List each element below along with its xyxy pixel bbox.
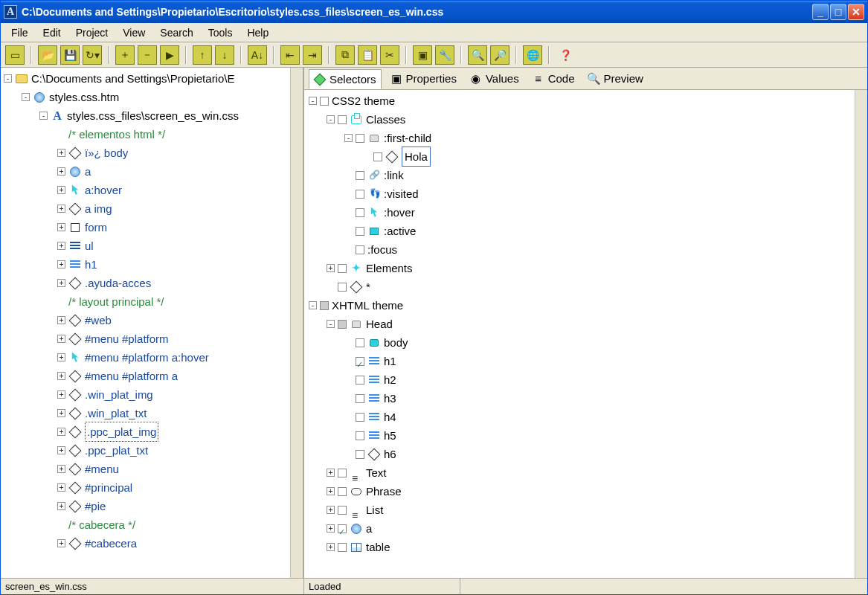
tree-item[interactable]: +.win_plat_txt xyxy=(4,404,290,422)
tb-globe-icon[interactable]: 🌐 xyxy=(523,45,542,65)
tree-item[interactable]: :hover xyxy=(309,203,855,222)
checkbox[interactable] xyxy=(338,115,347,124)
tb-cut-icon[interactable]: ✂ xyxy=(380,45,399,65)
tree-item[interactable]: +✦Elements xyxy=(309,259,855,277)
left-scrollbar[interactable] xyxy=(290,68,303,578)
tree-item[interactable]: +ï»¿ body xyxy=(4,144,290,162)
tb-open-icon[interactable]: 📂 xyxy=(38,45,57,65)
tree-item[interactable]: +#menu #platform a:hover xyxy=(4,348,290,367)
tree-item[interactable]: h2 xyxy=(309,370,855,389)
checkbox[interactable] xyxy=(338,320,347,329)
tree-item[interactable]: +#menu #platform xyxy=(4,329,290,348)
selector-tree[interactable]: -CSS2 theme-Classes-:first-childHola🔗:li… xyxy=(304,90,855,578)
tree-item[interactable]: /* cabecera */ xyxy=(4,515,290,534)
tree-item[interactable]: +#menu #platform a xyxy=(4,367,290,385)
expand-icon[interactable]: + xyxy=(327,543,335,551)
expand-icon[interactable]: + xyxy=(57,335,65,343)
tb-paste-icon[interactable]: 📋 xyxy=(358,45,377,65)
checkbox[interactable] xyxy=(356,357,364,366)
tree-item[interactable]: -XHTML theme xyxy=(309,296,855,315)
right-scrollbar[interactable] xyxy=(855,90,867,578)
expand-icon[interactable]: + xyxy=(327,469,335,477)
expand-icon[interactable]: + xyxy=(57,428,65,436)
checkbox[interactable] xyxy=(356,245,364,254)
expand-icon[interactable]: + xyxy=(57,316,65,324)
tree-item[interactable]: +a xyxy=(309,519,855,538)
tab-properties[interactable]: ▣Properties xyxy=(386,69,461,88)
tree-item[interactable]: * xyxy=(309,277,855,296)
tree-item[interactable]: +#menu xyxy=(4,460,290,478)
tb-refresh-icon[interactable]: ↻▾ xyxy=(83,45,102,65)
collapse-icon[interactable]: - xyxy=(4,74,12,83)
tree-item[interactable]: +form xyxy=(4,218,290,237)
tab-code[interactable]: ≡Code xyxy=(528,69,579,88)
expand-icon[interactable]: + xyxy=(57,390,65,399)
file-tree[interactable]: -C:\Documents and Settings\Propietario\E… xyxy=(1,68,290,578)
tree-item[interactable]: /* layout principal */ xyxy=(4,292,290,311)
tb-new-icon[interactable]: ▭ xyxy=(5,45,25,65)
tb-findnext-icon[interactable]: 🔎 xyxy=(490,45,509,65)
checkbox[interactable] xyxy=(356,431,364,440)
tree-item[interactable]: +h1 xyxy=(4,255,290,274)
tree-item[interactable]: 👣:visited xyxy=(309,184,855,203)
collapse-icon[interactable]: - xyxy=(39,112,48,120)
checkbox[interactable] xyxy=(356,171,364,180)
tab-selectors[interactable]: Selectors xyxy=(309,69,382,89)
checkbox[interactable] xyxy=(320,97,329,106)
tree-item[interactable]: h1 xyxy=(309,352,855,370)
tree-item[interactable]: +.ayuda-acces xyxy=(4,274,290,292)
checkbox[interactable] xyxy=(356,394,364,403)
expand-icon[interactable]: + xyxy=(327,264,335,272)
expand-icon[interactable]: + xyxy=(57,260,65,268)
tree-item[interactable]: :focus xyxy=(309,240,855,259)
tb-window-icon[interactable]: ▣ xyxy=(413,45,432,65)
expand-icon[interactable]: + xyxy=(57,539,65,547)
tree-item[interactable]: -Classes xyxy=(309,110,855,129)
checkbox[interactable] xyxy=(338,506,347,515)
maximize-button[interactable]: □ xyxy=(830,4,846,20)
expand-icon[interactable]: + xyxy=(57,167,65,176)
tree-item[interactable]: 🔗:link xyxy=(309,166,855,184)
tree-item[interactable]: /* elementos html */ xyxy=(4,125,290,144)
tree-item[interactable]: +#web xyxy=(4,311,290,329)
tree-item[interactable]: +a img xyxy=(4,199,290,218)
tree-item[interactable]: -:first-child xyxy=(309,129,855,147)
tb-up-icon[interactable]: ↑ xyxy=(193,45,212,65)
tree-item[interactable]: -styles.css.htm xyxy=(4,88,290,106)
expand-icon[interactable]: + xyxy=(57,409,65,417)
checkbox[interactable] xyxy=(356,413,364,422)
tree-item[interactable]: +a:hover xyxy=(4,181,290,199)
tab-values[interactable]: ◉Values xyxy=(466,69,524,88)
menu-file[interactable]: File xyxy=(4,25,36,41)
tree-item[interactable]: -C:\Documents and Settings\Propietario\E xyxy=(4,69,290,88)
tree-item[interactable]: +.ppc_plat_txt xyxy=(4,441,290,460)
tree-item[interactable]: +Text xyxy=(309,463,855,482)
checkbox[interactable] xyxy=(356,338,364,347)
expand-icon[interactable]: + xyxy=(327,506,335,514)
tb-copy-icon[interactable]: ⧉ xyxy=(335,45,355,65)
tb-help-icon[interactable]: ❓ xyxy=(556,45,575,65)
tb-indent-left-icon[interactable]: ⇤ xyxy=(280,45,300,65)
tree-item[interactable]: h5 xyxy=(309,426,855,445)
tb-down-icon[interactable]: ↓ xyxy=(215,45,234,65)
menu-search[interactable]: Search xyxy=(152,25,200,41)
expand-icon[interactable]: + xyxy=(57,205,65,213)
close-button[interactable]: ✕ xyxy=(848,4,864,20)
tree-item[interactable]: +.ppc_plat_img xyxy=(4,422,290,441)
expand-icon[interactable]: + xyxy=(57,353,65,361)
tree-item[interactable]: +#cabecera xyxy=(4,534,290,553)
collapse-icon[interactable]: - xyxy=(344,134,353,142)
expand-icon[interactable]: + xyxy=(57,446,65,454)
tree-item[interactable]: h4 xyxy=(309,408,855,426)
tree-item[interactable]: +.win_plat_img xyxy=(4,385,290,404)
tree-item[interactable]: +List xyxy=(309,501,855,519)
menu-project[interactable]: Project xyxy=(68,25,116,41)
menu-edit[interactable]: Edit xyxy=(36,25,68,41)
checkbox[interactable] xyxy=(338,487,347,496)
tree-item[interactable]: -CSS2 theme xyxy=(309,91,855,110)
tb-indent-right-icon[interactable]: ⇥ xyxy=(303,45,322,65)
tree-item[interactable]: +ul xyxy=(4,237,290,255)
tree-item[interactable]: h3 xyxy=(309,389,855,408)
checkbox[interactable] xyxy=(338,524,347,533)
checkbox[interactable] xyxy=(356,450,364,459)
